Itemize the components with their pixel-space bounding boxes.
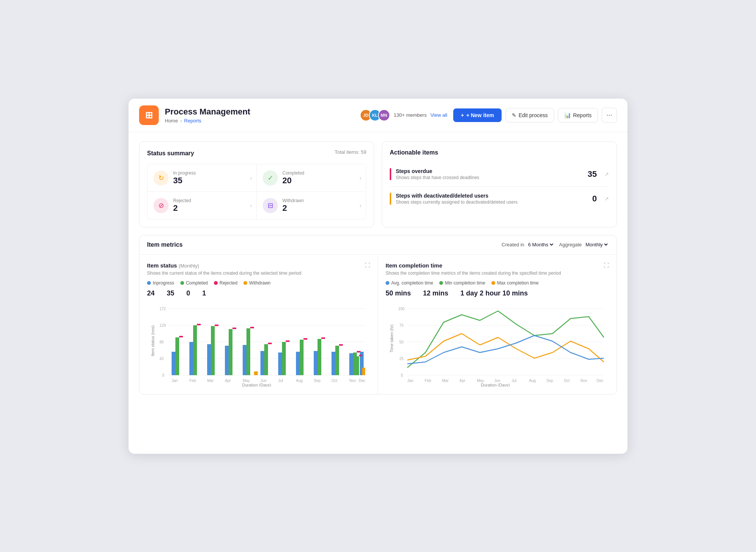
completion-time-title: Item completion time	[386, 262, 442, 269]
created-in-select[interactable]: 6 Months 3 Months 1 Year	[527, 241, 555, 248]
aggregate-select[interactable]: Monthly Weekly Daily	[584, 241, 609, 248]
created-in-label: Created in	[502, 242, 524, 247]
avatar-group: JD KL MN	[360, 109, 390, 121]
legend-rejected: Rejected	[214, 280, 237, 286]
svg-text:Feb: Feb	[425, 379, 432, 383]
members-section: JD KL MN 130+ members View all	[360, 109, 448, 121]
max-value: 1 day 2 hour 10 mins	[460, 289, 528, 297]
chart-icon: 📊	[564, 112, 571, 118]
avg-legend-label: Avg. completion time	[391, 280, 433, 286]
legend-max: Max completion time	[491, 280, 539, 286]
header: ⊞ Process Management Home › Reports JD K…	[129, 99, 627, 132]
min-val-col: 12 mins	[423, 289, 448, 297]
completed-icon: ✓	[263, 170, 278, 186]
svg-rect-23	[243, 345, 246, 375]
min-dot	[439, 281, 443, 285]
svg-rect-32	[286, 340, 290, 342]
dots-icon: ···	[606, 111, 612, 119]
expand-icon[interactable]: ⛶	[604, 262, 609, 268]
bar-chart-svg: 172 129 86 43 0 Item sta	[147, 303, 370, 387]
svg-text:25: 25	[400, 357, 404, 361]
breadcrumb-home[interactable]: Home	[165, 118, 178, 124]
edit-icon: ✎	[512, 112, 516, 118]
svg-rect-42	[349, 353, 353, 375]
status-withdrawn[interactable]: ⊟ Withdrawn 2 ›	[257, 192, 366, 219]
withdrawn-icon: ⊟	[263, 198, 278, 213]
legend-inprogress: Inprogress	[147, 280, 174, 286]
top-row: Status summary Total items: 59 ↻ In prog…	[139, 141, 617, 227]
svg-rect-13	[179, 336, 183, 337]
svg-rect-22	[232, 328, 236, 329]
edit-process-button[interactable]: ✎ Edit process	[505, 108, 554, 122]
completed-value: 35	[167, 289, 174, 297]
expand-icon[interactable]: ⛶	[365, 262, 370, 268]
new-item-button[interactable]: + + New item	[453, 108, 502, 122]
legend-min: Min completion time	[439, 280, 485, 286]
svg-rect-41	[339, 344, 343, 346]
actionable-items-card: Actionable items Steps overdue Shows ste…	[382, 141, 617, 227]
rejected-label: Rejected	[173, 198, 191, 203]
svg-text:0: 0	[401, 373, 403, 377]
chevron-right-icon: ›	[359, 203, 361, 209]
overdue-count: 35	[588, 169, 597, 179]
svg-rect-35	[304, 338, 307, 340]
item-status-values: 24 35 0 1	[147, 289, 370, 297]
status-completed[interactable]: ✓ Completed 20 ›	[257, 164, 366, 192]
status-rejected[interactable]: ⊘ Rejected 2 ›	[147, 192, 257, 219]
svg-rect-26	[254, 371, 258, 375]
svg-text:Nov: Nov	[349, 379, 356, 383]
item-status-title: Item status	[147, 262, 177, 269]
more-options-button[interactable]: ···	[602, 108, 617, 123]
status-summary-title: Status summary	[147, 150, 194, 157]
deleted-users-title: Steps with deactivated/deleted users	[396, 193, 588, 199]
svg-rect-24	[246, 328, 250, 375]
inprogress-value: 24	[147, 289, 155, 297]
steps-overdue-item[interactable]: Steps overdue Shows steps that have cros…	[390, 162, 609, 187]
deleted-users-desc: Shows steps currently assigned to deacti…	[396, 199, 588, 205]
avg-val-col: 50 mins	[386, 289, 411, 297]
page-title: Process Management	[165, 107, 354, 117]
app-logo: ⊞	[139, 105, 159, 125]
rejected-icon: ⊘	[153, 198, 169, 213]
svg-rect-31	[282, 342, 286, 375]
svg-text:May: May	[477, 379, 484, 383]
svg-rect-47	[359, 355, 362, 356]
completed-dot	[180, 281, 184, 285]
steps-deleted-users-item[interactable]: Steps with deactivated/deleted users Sho…	[390, 187, 609, 211]
actionable-items-title: Actionable items	[390, 149, 609, 156]
completed-val-col: 35	[167, 289, 174, 297]
svg-text:0: 0	[162, 373, 164, 377]
metrics-title: Item metrics	[147, 241, 183, 248]
deleted-users-bar	[390, 193, 391, 205]
rejected-val-col: 0	[186, 289, 190, 297]
metrics-controls: Created in 6 Months 3 Months 1 Year Aggr…	[502, 241, 609, 248]
external-link-icon: ↗	[604, 171, 609, 177]
svg-text:129: 129	[160, 323, 166, 328]
status-in-progress[interactable]: ↻ In progress 35 ›	[147, 164, 257, 192]
reports-button[interactable]: 📊 Reports	[558, 108, 598, 122]
rejected-value: 2	[173, 203, 191, 213]
chevron-right-icon: ›	[250, 203, 252, 209]
inprogress-dot	[147, 281, 151, 285]
svg-rect-38	[321, 337, 325, 339]
view-all-link[interactable]: View all	[431, 112, 448, 118]
completion-time-subtitle: Shows the completion time metrics of the…	[386, 271, 609, 276]
app-container: ⊞ Process Management Home › Reports JD K…	[129, 99, 627, 454]
svg-text:Aug: Aug	[296, 379, 303, 383]
new-item-label: + New item	[466, 112, 494, 118]
svg-rect-33	[296, 352, 300, 375]
svg-rect-18	[211, 326, 215, 375]
external-link-icon: ↗	[604, 196, 609, 202]
avg-dot	[386, 281, 389, 285]
svg-text:Oct: Oct	[332, 379, 338, 383]
svg-text:Nov: Nov	[581, 379, 587, 383]
svg-text:Duration (Days): Duration (Days)	[481, 383, 510, 387]
svg-rect-36	[314, 351, 318, 375]
svg-rect-29	[268, 343, 272, 344]
breadcrumb-current[interactable]: Reports	[184, 118, 201, 124]
svg-text:Jan: Jan	[407, 379, 414, 383]
max-val-col: 1 day 2 hour 10 mins	[460, 289, 528, 297]
breadcrumb: Home › Reports	[165, 118, 354, 124]
status-completed-info: Completed 20	[282, 170, 304, 186]
svg-rect-14	[189, 342, 193, 375]
